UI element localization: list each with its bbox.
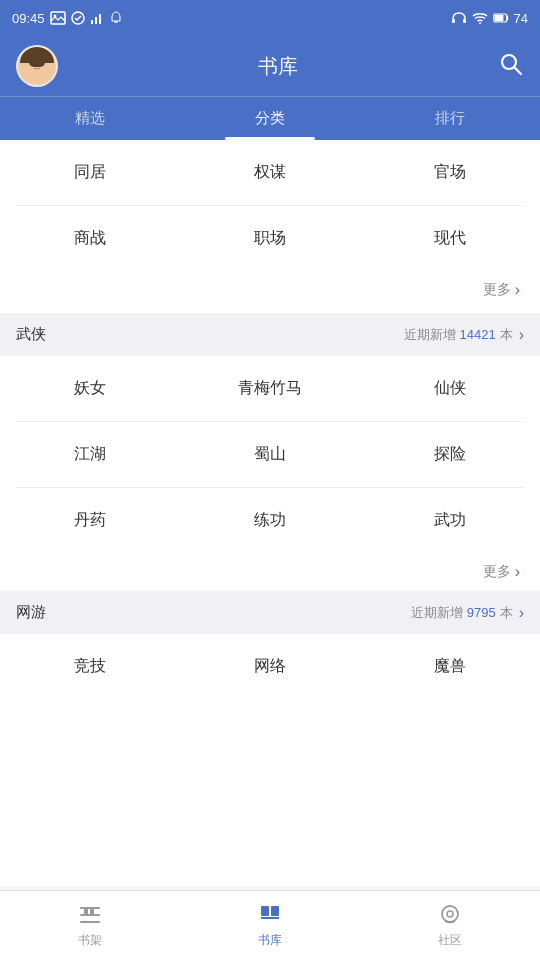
nav-library-label: 书库 (258, 932, 282, 949)
wuxia-title: 武侠 (16, 325, 46, 344)
category-guanchang[interactable]: 官场 (360, 148, 540, 197)
category-shushan[interactable]: 蜀山 (180, 430, 360, 479)
status-right: 74 (451, 11, 528, 26)
page-title: 书库 (258, 53, 298, 80)
svg-point-26 (447, 911, 453, 917)
wuxia-section-header[interactable]: 武侠 近期新增 14421 本 › (0, 313, 540, 356)
category-tongjv[interactable]: 同居 (0, 148, 180, 197)
svg-rect-5 (99, 14, 101, 24)
svg-rect-24 (271, 906, 279, 916)
svg-rect-22 (90, 909, 94, 914)
tab-category[interactable]: 分类 (180, 97, 360, 140)
wuxia-row3: 丹药 练功 武功 (0, 488, 540, 553)
romance-row2: 商战 职场 现代 (0, 206, 540, 271)
category-liangong[interactable]: 练功 (180, 496, 360, 545)
wuxia-badge: 近期新增 14421 本 › (404, 326, 524, 344)
bottom-nav: 书架 书库 社区 (0, 890, 540, 960)
wangyou-row1: 竞技 网络 魔兽 (0, 634, 540, 699)
wuxia-row1: 妖女 青梅竹马 仙侠 (0, 356, 540, 421)
wangyou-count: 9795 (467, 605, 496, 620)
svg-rect-21 (84, 909, 88, 914)
wuxia-more-arrow-icon: › (515, 563, 520, 581)
tab-ranking[interactable]: 排行 (360, 97, 540, 140)
wuxia-count: 14421 (460, 327, 496, 342)
battery-level: 74 (514, 11, 528, 26)
category-moshou[interactable]: 魔兽 (360, 642, 540, 691)
wangyou-section-header[interactable]: 网游 近期新增 9795 本 › (0, 591, 540, 634)
category-wangluo[interactable]: 网络 (180, 642, 360, 691)
wifi-icon (472, 11, 488, 25)
category-zhichang[interactable]: 职场 (180, 214, 360, 263)
svg-rect-4 (95, 17, 97, 24)
romance-row1: 同居 权谋 官场 (0, 140, 540, 205)
wangyou-categories: 竞技 网络 魔兽 (0, 634, 540, 699)
category-xiandai[interactable]: 现代 (360, 214, 540, 263)
avatar-hair (20, 47, 54, 63)
status-left: 09:45 (12, 11, 123, 26)
avatar-face (18, 47, 56, 85)
category-qingmei[interactable]: 青梅竹马 (180, 364, 360, 413)
wangyou-title: 网游 (16, 603, 46, 622)
search-button[interactable] (498, 51, 524, 81)
wuxia-categories: 妖女 青梅竹马 仙侠 江湖 蜀山 探险 丹药 练功 武功 更多 › (0, 356, 540, 591)
wuxia-row2: 江湖 蜀山 探险 (0, 422, 540, 487)
wangyou-badge: 近期新增 9795 本 › (411, 604, 524, 622)
header: 书库 (0, 36, 540, 96)
battery-outline-icon (493, 13, 509, 23)
more-arrow-icon: › (515, 281, 520, 299)
svg-rect-23 (261, 906, 269, 916)
svg-rect-8 (463, 19, 466, 23)
shelf-icon (77, 902, 103, 928)
signal-icon (90, 11, 104, 25)
category-danyao[interactable]: 丹药 (0, 496, 180, 545)
nav-shelf-label: 书架 (78, 932, 102, 949)
tab-featured[interactable]: 精选 (0, 97, 180, 140)
library-icon (257, 902, 283, 928)
svg-rect-20 (80, 921, 100, 923)
image-icon (50, 11, 66, 25)
community-icon (437, 902, 463, 928)
category-jianghu[interactable]: 江湖 (0, 430, 180, 479)
nav-shelf[interactable]: 书架 (0, 896, 180, 955)
main-content: 同居 权谋 官场 商战 职场 现代 更多 › 武侠 近期新增 14421 本 ›… (0, 140, 540, 886)
checkmark-icon (71, 11, 85, 25)
svg-point-25 (442, 906, 458, 922)
category-wugong[interactable]: 武功 (360, 496, 540, 545)
svg-rect-0 (51, 12, 65, 24)
headphone-icon (451, 11, 467, 25)
svg-rect-7 (452, 19, 455, 23)
svg-point-9 (479, 22, 481, 24)
search-icon (498, 51, 524, 77)
svg-point-15 (39, 64, 41, 66)
wangyou-arrow-icon: › (519, 604, 524, 622)
svg-point-14 (33, 64, 35, 66)
avatar[interactable] (16, 45, 58, 87)
svg-rect-18 (80, 907, 100, 909)
nav-community[interactable]: 社区 (360, 896, 540, 955)
status-bar: 09:45 (0, 0, 540, 36)
svg-rect-11 (494, 15, 503, 21)
romance-section: 同居 权谋 官场 商战 职场 现代 更多 › (0, 140, 540, 313)
category-jingji[interactable]: 竞技 (0, 642, 180, 691)
nav-community-label: 社区 (438, 932, 462, 949)
tab-bar: 精选 分类 排行 (0, 96, 540, 140)
wuxia-more[interactable]: 更多 › (0, 553, 540, 591)
nav-library[interactable]: 书库 (180, 896, 360, 955)
category-tanxian[interactable]: 探险 (360, 430, 540, 479)
category-yaonv[interactable]: 妖女 (0, 364, 180, 413)
category-shangzhan[interactable]: 商战 (0, 214, 180, 263)
category-xianxia[interactable]: 仙侠 (360, 364, 540, 413)
svg-rect-3 (91, 20, 93, 24)
category-quanmou[interactable]: 权谋 (180, 148, 360, 197)
svg-line-17 (515, 68, 522, 75)
notification-icon (109, 11, 123, 25)
romance-more[interactable]: 更多 › (0, 271, 540, 309)
svg-rect-19 (80, 914, 100, 916)
status-time: 09:45 (12, 11, 45, 26)
wuxia-arrow-icon: › (519, 326, 524, 344)
